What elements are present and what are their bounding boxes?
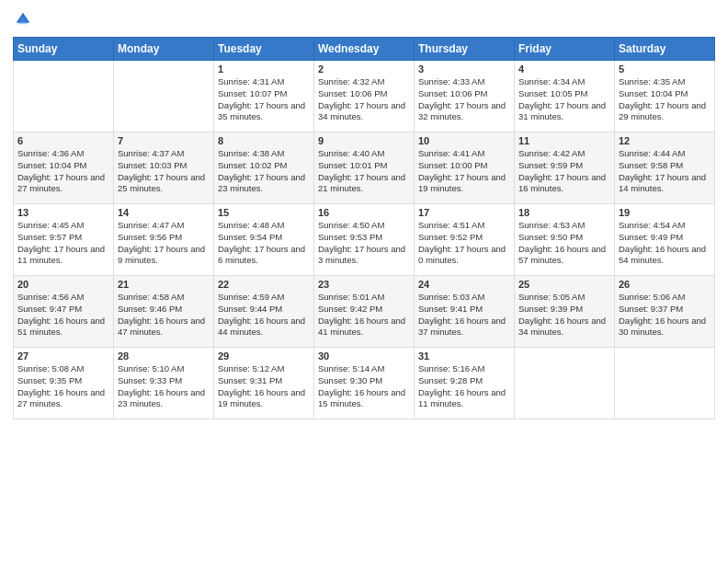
day-number: 26 <box>619 279 711 290</box>
day-number: 27 <box>17 350 109 362</box>
day-info: Sunrise: 4:44 AM Sunset: 9:58 PM Dayligh… <box>619 148 711 195</box>
day-info: Sunrise: 4:31 AM Sunset: 10:07 PM Daylig… <box>218 76 310 123</box>
day-number: 22 <box>218 279 310 290</box>
day-info: Sunrise: 4:59 AM Sunset: 9:44 PM Dayligh… <box>218 292 310 339</box>
day-info: Sunrise: 4:53 AM Sunset: 9:50 PM Dayligh… <box>518 220 610 267</box>
calendar-cell: 18Sunrise: 4:53 AM Sunset: 9:50 PM Dayli… <box>515 204 615 276</box>
day-number: 6 <box>17 135 109 146</box>
calendar-cell: 21Sunrise: 4:58 AM Sunset: 9:46 PM Dayli… <box>114 276 214 348</box>
calendar-cell: 2Sunrise: 4:32 AM Sunset: 10:06 PM Dayli… <box>314 61 415 132</box>
day-number: 5 <box>619 63 711 75</box>
calendar-cell: 3Sunrise: 4:33 AM Sunset: 10:06 PM Dayli… <box>415 61 515 132</box>
calendar-cell: 30Sunrise: 5:14 AM Sunset: 9:30 PM Dayli… <box>314 348 415 419</box>
day-number: 28 <box>118 350 210 362</box>
calendar-week-4: 20Sunrise: 4:56 AM Sunset: 9:47 PM Dayli… <box>14 276 715 348</box>
day-number: 13 <box>17 207 109 218</box>
day-number: 18 <box>518 207 610 218</box>
calendar-cell: 25Sunrise: 5:05 AM Sunset: 9:39 PM Dayli… <box>515 276 615 348</box>
calendar-cell: 7Sunrise: 4:37 AM Sunset: 10:03 PM Dayli… <box>114 132 214 204</box>
calendar-cell: 8Sunrise: 4:38 AM Sunset: 10:02 PM Dayli… <box>214 132 314 204</box>
day-info: Sunrise: 5:05 AM Sunset: 9:39 PM Dayligh… <box>518 292 610 339</box>
calendar-cell <box>515 348 615 419</box>
calendar-table: SundayMondayTuesdayWednesdayThursdayFrid… <box>13 37 715 419</box>
calendar-cell: 14Sunrise: 4:47 AM Sunset: 9:56 PM Dayli… <box>114 204 214 276</box>
calendar-cell: 24Sunrise: 5:03 AM Sunset: 9:41 PM Dayli… <box>415 276 515 348</box>
calendar-cell: 15Sunrise: 4:48 AM Sunset: 9:54 PM Dayli… <box>214 204 314 276</box>
calendar-cell: 5Sunrise: 4:35 AM Sunset: 10:04 PM Dayli… <box>615 61 715 132</box>
day-info: Sunrise: 4:36 AM Sunset: 10:04 PM Daylig… <box>17 148 109 195</box>
calendar-cell: 1Sunrise: 4:31 AM Sunset: 10:07 PM Dayli… <box>214 61 314 132</box>
day-number: 9 <box>318 135 410 146</box>
day-number: 25 <box>518 279 610 290</box>
day-info: Sunrise: 4:35 AM Sunset: 10:04 PM Daylig… <box>619 76 711 123</box>
header <box>13 9 715 29</box>
calendar-cell: 10Sunrise: 4:41 AM Sunset: 10:00 PM Dayl… <box>415 132 515 204</box>
calendar-cell <box>114 61 214 132</box>
day-info: Sunrise: 4:54 AM Sunset: 9:49 PM Dayligh… <box>619 220 711 267</box>
calendar-cell: 17Sunrise: 4:51 AM Sunset: 9:52 PM Dayli… <box>415 204 515 276</box>
logo-icon <box>13 9 33 29</box>
col-header-thursday: Thursday <box>415 38 515 61</box>
day-number: 24 <box>418 279 510 290</box>
calendar-cell: 31Sunrise: 5:16 AM Sunset: 9:28 PM Dayli… <box>415 348 515 419</box>
calendar-cell: 20Sunrise: 4:56 AM Sunset: 9:47 PM Dayli… <box>14 276 114 348</box>
day-number: 23 <box>318 279 410 290</box>
day-info: Sunrise: 4:34 AM Sunset: 10:05 PM Daylig… <box>518 76 610 123</box>
calendar-cell <box>14 61 114 132</box>
logo <box>13 9 36 29</box>
day-info: Sunrise: 4:47 AM Sunset: 9:56 PM Dayligh… <box>118 220 210 267</box>
calendar-week-1: 1Sunrise: 4:31 AM Sunset: 10:07 PM Dayli… <box>14 61 715 132</box>
calendar-week-2: 6Sunrise: 4:36 AM Sunset: 10:04 PM Dayli… <box>14 132 715 204</box>
calendar-cell: 19Sunrise: 4:54 AM Sunset: 9:49 PM Dayli… <box>615 204 715 276</box>
day-info: Sunrise: 5:12 AM Sunset: 9:31 PM Dayligh… <box>218 363 310 410</box>
day-info: Sunrise: 4:41 AM Sunset: 10:00 PM Daylig… <box>418 148 510 195</box>
day-info: Sunrise: 4:51 AM Sunset: 9:52 PM Dayligh… <box>418 220 510 267</box>
calendar-cell: 29Sunrise: 5:12 AM Sunset: 9:31 PM Dayli… <box>214 348 314 419</box>
day-number: 10 <box>418 135 510 146</box>
calendar-cell: 12Sunrise: 4:44 AM Sunset: 9:58 PM Dayli… <box>615 132 715 204</box>
day-info: Sunrise: 5:16 AM Sunset: 9:28 PM Dayligh… <box>418 363 510 410</box>
calendar-cell: 11Sunrise: 4:42 AM Sunset: 9:59 PM Dayli… <box>515 132 615 204</box>
calendar-week-3: 13Sunrise: 4:45 AM Sunset: 9:57 PM Dayli… <box>14 204 715 276</box>
col-header-saturday: Saturday <box>615 38 715 61</box>
day-number: 1 <box>218 63 310 75</box>
day-info: Sunrise: 4:38 AM Sunset: 10:02 PM Daylig… <box>218 148 310 195</box>
day-number: 19 <box>619 207 711 218</box>
day-number: 15 <box>218 207 310 218</box>
day-info: Sunrise: 4:58 AM Sunset: 9:46 PM Dayligh… <box>118 292 210 339</box>
day-number: 8 <box>218 135 310 146</box>
calendar-cell: 6Sunrise: 4:36 AM Sunset: 10:04 PM Dayli… <box>14 132 114 204</box>
calendar-cell: 16Sunrise: 4:50 AM Sunset: 9:53 PM Dayli… <box>314 204 415 276</box>
day-number: 30 <box>318 350 410 362</box>
calendar-cell: 9Sunrise: 4:40 AM Sunset: 10:01 PM Dayli… <box>314 132 415 204</box>
calendar-cell: 28Sunrise: 5:10 AM Sunset: 9:33 PM Dayli… <box>114 348 214 419</box>
col-header-friday: Friday <box>515 38 615 61</box>
day-number: 21 <box>118 279 210 290</box>
day-number: 14 <box>118 207 210 218</box>
col-header-wednesday: Wednesday <box>314 38 415 61</box>
day-number: 31 <box>418 350 510 362</box>
day-number: 12 <box>619 135 711 146</box>
day-info: Sunrise: 5:10 AM Sunset: 9:33 PM Dayligh… <box>118 363 210 410</box>
day-number: 29 <box>218 350 310 362</box>
day-info: Sunrise: 4:56 AM Sunset: 9:47 PM Dayligh… <box>17 292 109 339</box>
day-info: Sunrise: 4:48 AM Sunset: 9:54 PM Dayligh… <box>218 220 310 267</box>
day-number: 3 <box>418 63 510 75</box>
day-info: Sunrise: 4:50 AM Sunset: 9:53 PM Dayligh… <box>318 220 410 267</box>
day-number: 20 <box>17 279 109 290</box>
calendar-cell: 22Sunrise: 4:59 AM Sunset: 9:44 PM Dayli… <box>214 276 314 348</box>
day-info: Sunrise: 4:37 AM Sunset: 10:03 PM Daylig… <box>118 148 210 195</box>
col-header-tuesday: Tuesday <box>214 38 314 61</box>
day-number: 11 <box>518 135 610 146</box>
calendar-cell: 13Sunrise: 4:45 AM Sunset: 9:57 PM Dayli… <box>14 204 114 276</box>
day-info: Sunrise: 5:14 AM Sunset: 9:30 PM Dayligh… <box>318 363 410 410</box>
day-info: Sunrise: 4:45 AM Sunset: 9:57 PM Dayligh… <box>17 220 109 267</box>
calendar-cell: 4Sunrise: 4:34 AM Sunset: 10:05 PM Dayli… <box>515 61 615 132</box>
day-info: Sunrise: 5:01 AM Sunset: 9:42 PM Dayligh… <box>318 292 410 339</box>
day-number: 17 <box>418 207 510 218</box>
day-info: Sunrise: 4:32 AM Sunset: 10:06 PM Daylig… <box>318 76 410 123</box>
day-info: Sunrise: 4:33 AM Sunset: 10:06 PM Daylig… <box>418 76 510 123</box>
calendar-cell: 23Sunrise: 5:01 AM Sunset: 9:42 PM Dayli… <box>314 276 415 348</box>
calendar-cell <box>615 348 715 419</box>
col-header-monday: Monday <box>114 38 214 61</box>
